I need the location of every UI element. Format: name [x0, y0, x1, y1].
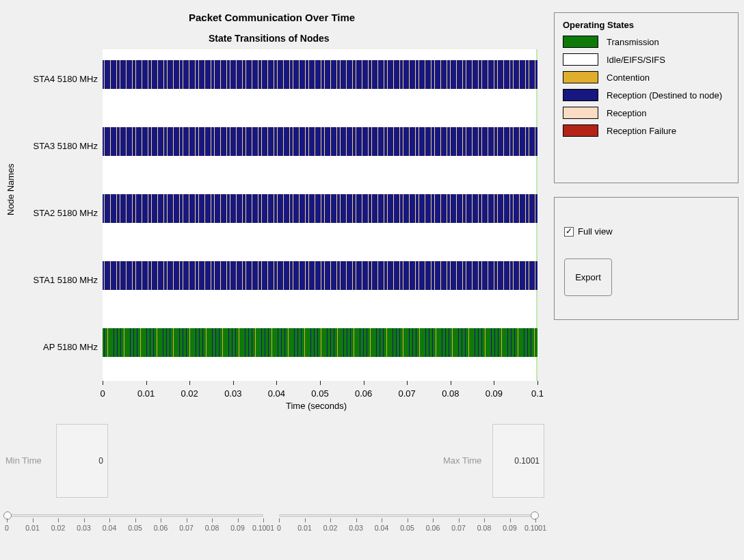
slider-tick-label: 0: [5, 524, 9, 532]
xtick-label: 0.03: [224, 388, 241, 399]
plot-area[interactable]: [103, 49, 537, 381]
ytick-sta1: STA1 5180 MHz: [16, 275, 98, 285]
xtick-mark: [103, 381, 103, 385]
slider-tick-label: 0.02: [323, 524, 337, 532]
slider-tick-label: 0.06: [154, 524, 168, 532]
slider-tick-label: 0.03: [349, 524, 362, 532]
legend-label: Contention: [607, 72, 650, 83]
xtick-label: 0.07: [399, 388, 416, 399]
min-time-value: 0: [98, 456, 103, 466]
slider-tick: [408, 518, 408, 522]
legend-label: Transmission: [607, 37, 659, 47]
xtick-mark: [494, 381, 494, 385]
swatch-reception-failure-icon: [563, 124, 598, 137]
slider-track[interactable]: [279, 514, 535, 517]
xtick-mark: [320, 381, 321, 385]
controls-panel: Full view Export: [554, 197, 739, 320]
min-time-field[interactable]: 0: [56, 424, 108, 498]
xtick-label: 0.06: [355, 388, 372, 399]
xtick-label: 0.04: [268, 388, 285, 399]
xtick-mark: [407, 381, 408, 385]
xtick-label: 0: [100, 388, 105, 399]
xtick-mark: [364, 381, 364, 385]
xtick-label: 0.09: [486, 388, 503, 399]
slider-tick-label: 0.04: [103, 524, 116, 532]
fullview-label: Full view: [578, 226, 613, 237]
row-sta2: [103, 194, 537, 223]
xtick-mark: [276, 381, 277, 385]
xtick-mark: [537, 381, 538, 385]
slider-tick: [484, 518, 485, 522]
xtick-label: 0.05: [311, 388, 328, 399]
slider-tick-label: 0.08: [205, 524, 219, 532]
legend-item-contention: Contention: [563, 71, 730, 83]
ytick-sta4: STA4 5180 MHz: [16, 74, 98, 84]
xtick-mark: [189, 381, 190, 385]
checkbox-icon[interactable]: [564, 227, 574, 237]
chart-main-title: Packet Communication Over Time: [189, 12, 355, 23]
legend-label: Reception: [607, 108, 647, 118]
slider-tick-label: 0.05: [400, 524, 414, 532]
slider-tick-label: 0.05: [128, 524, 142, 532]
slider-tick-label: 0.09: [230, 524, 244, 532]
legend-label: Idle/EIFS/SIFS: [607, 55, 665, 65]
min-time-label: Min Time: [5, 455, 42, 466]
slider-tick: [263, 518, 264, 522]
min-time-slider[interactable]: 00.010.020.030.040.050.060.070.080.090.1…: [7, 514, 263, 552]
slider-tick: [161, 518, 161, 522]
max-time-value: 0.1001: [514, 456, 540, 466]
slider-tick: [212, 518, 213, 522]
slider-tick: [535, 518, 536, 522]
fullview-checkbox-row[interactable]: Full view: [564, 226, 728, 237]
slider-tick: [356, 518, 357, 522]
max-time-field[interactable]: 0.1001: [492, 424, 544, 498]
slider-tick-label: 0.04: [375, 524, 388, 532]
row-sta4: [103, 60, 537, 89]
slider-tick: [433, 518, 434, 522]
slider-tick: [382, 518, 382, 522]
export-label: Export: [575, 272, 601, 282]
slider-tick: [33, 518, 34, 522]
slider-tick: [187, 518, 187, 522]
slider-tick-label: 0.01: [25, 524, 39, 532]
xtick-mark: [451, 381, 451, 385]
slider-tick: [279, 518, 280, 522]
export-button[interactable]: Export: [564, 258, 612, 296]
slider-tick-label: 0.07: [451, 524, 465, 532]
slider-tick-label: 0.09: [503, 524, 516, 532]
slider-tick: [109, 518, 110, 522]
swatch-reception-icon: [563, 107, 598, 119]
ytick-sta2: STA2 5180 MHz: [16, 208, 98, 218]
xtick-label: 0.02: [181, 388, 198, 399]
slider-tick: [510, 518, 511, 522]
ytick-ap: AP 5180 MHz: [16, 342, 98, 352]
swatch-reception-destined-icon: [563, 89, 598, 101]
xtick-mark: [146, 381, 147, 385]
legend-item-reception-failure: Reception Failure: [563, 124, 730, 137]
legend-item-idle: Idle/EIFS/SIFS: [563, 53, 730, 66]
legend-item-reception-destined: Reception (Destined to node): [563, 89, 730, 101]
ytick-sta3: STA3 5180 MHz: [16, 141, 98, 151]
slider-tick: [238, 518, 239, 522]
xtick-label: 0.01: [137, 388, 155, 399]
slider-tick-label: 0.06: [426, 524, 440, 532]
legend-panel: Operating States Transmission Idle/EIFS/…: [554, 12, 739, 183]
max-time-slider[interactable]: 00.010.020.030.040.050.060.070.080.090.1…: [279, 514, 535, 552]
slider-tick-label: 0.07: [179, 524, 193, 532]
slider-track[interactable]: [7, 514, 263, 517]
slider-tick: [58, 518, 59, 522]
xtick-mark: [233, 381, 234, 385]
xtick-label: 0.1: [531, 388, 544, 399]
xtick-label: 0.08: [442, 388, 459, 399]
legend-item-transmission: Transmission: [563, 36, 730, 48]
slider-tick: [84, 518, 85, 522]
slider-tick: [330, 518, 331, 522]
slider-tick: [135, 518, 136, 522]
x-axis-label: Time (seconds): [286, 401, 347, 411]
row-ap: [103, 328, 537, 357]
slider-tick-label: 0.1001: [252, 524, 274, 532]
max-time-label: Max Time: [443, 455, 481, 466]
slider-tick: [7, 518, 8, 522]
slider-tick: [459, 518, 460, 522]
legend-label: Reception Failure: [607, 126, 676, 136]
